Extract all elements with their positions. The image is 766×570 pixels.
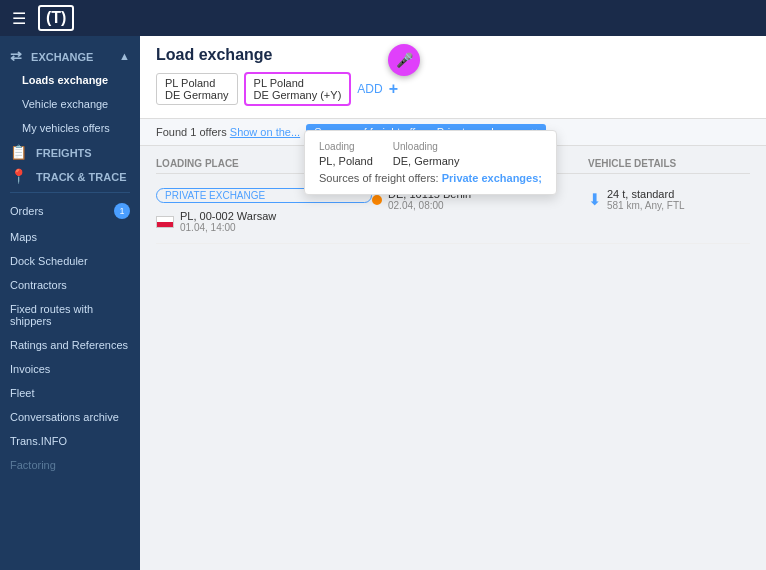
- dropdown-loading-col: Loading PL, Poland: [319, 141, 373, 168]
- dropdown-loading-val: PL, Poland: [319, 155, 373, 167]
- dropdown-loading-label: Loading: [319, 141, 373, 152]
- dropdown-locations-row: Loading PL, Poland Unloading DE, Germany: [319, 141, 542, 168]
- main-header: Load exchange 🎤 PL Poland DE Germany PL …: [140, 36, 766, 119]
- sidebar-item-fleet[interactable]: Fleet: [0, 381, 140, 405]
- add-label: ADD: [357, 82, 382, 96]
- loading-time: 01.04, 14:00: [180, 222, 276, 233]
- sidebar-item-conversations[interactable]: Conversations archive: [0, 405, 140, 429]
- sidebar-item-ratings[interactable]: Ratings and References: [0, 333, 140, 357]
- vehicle-details-cell: ⬇ 24 t, standard 581 km, Any, FTL: [588, 188, 750, 211]
- sidebar-item-my-vehicles[interactable]: My vehicles offers: [0, 116, 140, 140]
- sidebar-item-trans-info[interactable]: Trans.INFO: [0, 429, 140, 453]
- sidebar-item-orders[interactable]: Orders 1: [0, 197, 140, 225]
- exchange-icon: ⇄: [10, 48, 22, 64]
- route-tag-1[interactable]: PL Poland DE Germany: [156, 73, 238, 105]
- sidebar-item-invoices[interactable]: Invoices: [0, 357, 140, 381]
- mic-icon: 🎤: [396, 52, 413, 68]
- sidebar: ⇄ EXCHANGE ▲ Loads exchange Vehicle exch…: [0, 36, 140, 570]
- sidebar-item-fixed-routes[interactable]: Fixed routes with shippers: [0, 297, 140, 333]
- sidebar-section-exchange[interactable]: ⇄ EXCHANGE ▲: [0, 44, 140, 68]
- vehicle-details-text: 24 t, standard: [607, 188, 685, 200]
- truck-icon: ⬇: [588, 190, 601, 209]
- sidebar-divider: [10, 192, 130, 193]
- location-dot-icon: [372, 195, 382, 205]
- search-row: 🎤 PL Poland DE Germany PL Poland DE Germ…: [156, 72, 750, 106]
- col-vehicle-details: VEHICLE DETAILS: [588, 158, 750, 169]
- poland-flag: [156, 216, 174, 228]
- dropdown-unloading-col: Unloading DE, Germany: [393, 141, 460, 168]
- sidebar-item-factoring: Factoring: [0, 453, 140, 477]
- sidebar-section-freights[interactable]: 📋 FREIGHTS: [0, 140, 140, 164]
- unloading-time: 02.04, 08:00: [388, 200, 471, 211]
- dropdown-unloading-val: DE, Germany: [393, 155, 460, 167]
- main-content: Load exchange 🎤 PL Poland DE Germany PL …: [140, 36, 766, 570]
- sidebar-section-track[interactable]: 📍 TRACK & TRACE: [0, 164, 140, 188]
- track-icon: 📍: [10, 168, 27, 184]
- mic-button[interactable]: 🎤: [388, 44, 420, 76]
- sidebar-item-dock-scheduler[interactable]: Dock Scheduler: [0, 249, 140, 273]
- sidebar-item-contractors[interactable]: Contractors: [0, 273, 140, 297]
- route-tag-2-active[interactable]: PL Poland DE Germany (+Y): [244, 72, 352, 106]
- layout: ⇄ EXCHANGE ▲ Loads exchange Vehicle exch…: [0, 36, 766, 570]
- sidebar-item-maps[interactable]: Maps: [0, 225, 140, 249]
- route-dropdown-popup: Loading PL, Poland Unloading DE, Germany…: [304, 130, 557, 195]
- add-route-button[interactable]: +: [389, 80, 398, 98]
- chevron-up-icon: ▲: [119, 50, 130, 62]
- hamburger-icon[interactable]: ☰: [12, 9, 26, 28]
- logo: (T): [38, 5, 74, 31]
- dropdown-sources: Sources of freight offers: Private excha…: [319, 172, 542, 184]
- loading-route-info: PL, 00-002 Warsaw 01.04, 14:00: [156, 210, 372, 233]
- vehicle-extra-text: 581 km, Any, FTL: [607, 200, 685, 211]
- orders-badge: 1: [114, 203, 130, 219]
- top-bar: ☰ (T): [0, 0, 766, 36]
- page-title: Load exchange: [156, 46, 750, 64]
- show-on-map-link[interactable]: Show on the...: [230, 126, 300, 138]
- freights-icon: 📋: [10, 144, 27, 160]
- dropdown-unloading-label: Unloading: [393, 141, 460, 152]
- sidebar-item-loads-exchange[interactable]: Loads exchange: [0, 68, 140, 92]
- vehicle-info-row: ⬇ 24 t, standard 581 km, Any, FTL: [588, 188, 750, 211]
- sidebar-item-vehicle-exchange[interactable]: Vehicle exchange: [0, 92, 140, 116]
- loading-place-text: PL, 00-002 Warsaw: [180, 210, 276, 222]
- results-text: Found 1 offers Show on the...: [156, 126, 300, 138]
